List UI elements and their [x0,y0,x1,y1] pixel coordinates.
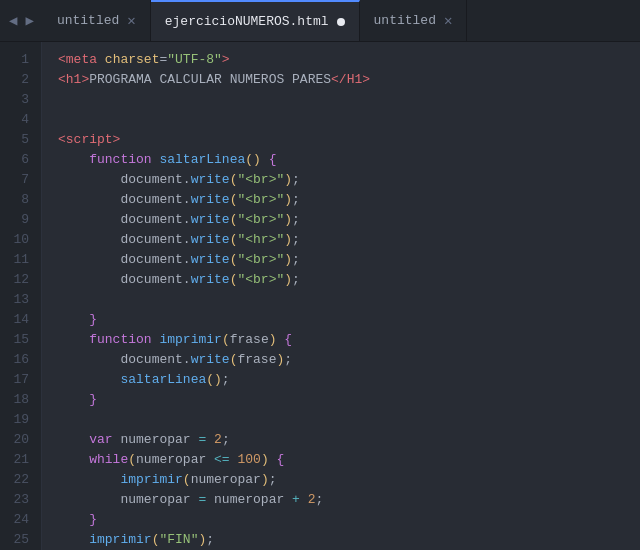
code-line-17: saltarLinea(); [58,370,640,390]
ln-7: 7 [0,170,41,190]
code-line-23: numeropar = numeropar + 2; [58,490,640,510]
tab-label-active: ejercicioNUMEROS.html [165,14,329,29]
ln-5: 5 [0,130,41,150]
nav-right-arrow[interactable]: ▶ [22,10,36,31]
ln-25: 25 [0,530,41,550]
code-line-3 [58,90,640,110]
code-line-14: } [58,310,640,330]
ln-22: 22 [0,470,41,490]
line-numbers: 1 2 3 4 5 6 7 8 9 10 11 12 13 14 15 16 1… [0,42,42,550]
ln-11: 11 [0,250,41,270]
code-line-20: var numeropar = 2; [58,430,640,450]
nav-arrows[interactable]: ◀ ▶ [0,0,43,41]
ln-19: 19 [0,410,41,430]
code-line-4 [58,110,640,130]
close-tab-2[interactable]: ✕ [444,14,452,28]
code-line-5: <script> [58,130,640,150]
tab-untitled-1[interactable]: untitled ✕ [43,0,151,41]
tab-untitled-2[interactable]: untitled ✕ [360,0,468,41]
ln-13: 13 [0,290,41,310]
code-line-6: function saltarLinea() { [58,150,640,170]
ln-2: 2 [0,70,41,90]
code-line-12: document.write("<br>"); [58,270,640,290]
ln-9: 9 [0,210,41,230]
ln-8: 8 [0,190,41,210]
code-line-15: function imprimir(frase) { [58,330,640,350]
ln-3: 3 [0,90,41,110]
code-line-7: document.write("<br>"); [58,170,640,190]
tab-label-2: untitled [374,13,436,28]
tab-label: untitled [57,13,119,28]
code-line-16: document.write(frase); [58,350,640,370]
ln-17: 17 [0,370,41,390]
ln-20: 20 [0,430,41,450]
ln-21: 21 [0,450,41,470]
ln-16: 16 [0,350,41,370]
ln-23: 23 [0,490,41,510]
ln-10: 10 [0,230,41,250]
editor-window: ◀ ▶ untitled ✕ ejercicioNUMEROS.html unt… [0,0,640,550]
ln-6: 6 [0,150,41,170]
ln-1: 1 [0,50,41,70]
tab-modified-dot [337,18,345,26]
code-line-8: document.write("<br>"); [58,190,640,210]
code-line-18: } [58,390,640,410]
tab-ejercicionumeros[interactable]: ejercicioNUMEROS.html [151,0,360,41]
code-line-11: document.write("<br>"); [58,250,640,270]
close-tab-1[interactable]: ✕ [127,14,135,28]
ln-14: 14 [0,310,41,330]
ln-15: 15 [0,330,41,350]
code-line-21: while(numeropar <= 100) { [58,450,640,470]
ln-12: 12 [0,270,41,290]
editor-body: 1 2 3 4 5 6 7 8 9 10 11 12 13 14 15 16 1… [0,42,640,550]
code-line-19 [58,410,640,430]
code-line-9: document.write("<br>"); [58,210,640,230]
code-line-13 [58,290,640,310]
code-line-25: imprimir("FIN"); [58,530,640,550]
tab-bar: ◀ ▶ untitled ✕ ejercicioNUMEROS.html unt… [0,0,640,42]
ln-18: 18 [0,390,41,410]
ln-4: 4 [0,110,41,130]
code-line-1: <meta charset="UTF-8"> [58,50,640,70]
code-line-2: <h1>PROGRAMA CALCULAR NUMEROS PARES</H1> [58,70,640,90]
nav-left-arrow[interactable]: ◀ [6,10,20,31]
code-line-22: imprimir(numeropar); [58,470,640,490]
code-content[interactable]: <meta charset="UTF-8"> <h1>PROGRAMA CALC… [42,42,640,550]
code-line-24: } [58,510,640,530]
code-line-10: document.write("<hr>"); [58,230,640,250]
ln-24: 24 [0,510,41,530]
